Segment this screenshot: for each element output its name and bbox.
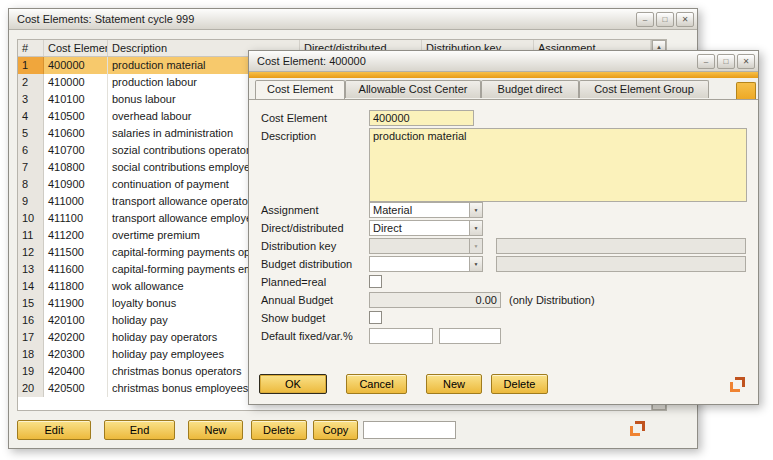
row-code-cell[interactable]: 411200 [44,227,108,244]
main-window-title: Cost Elements: Statement cycle 999 [17,13,634,25]
end-button[interactable]: End [104,420,175,440]
row-code-cell[interactable]: 410000 [44,74,108,91]
tab-cost-element-group[interactable]: Cost Element Group [579,80,709,98]
accent-strip [249,72,758,78]
chevron-down-icon[interactable]: ▼ [469,221,482,235]
row-num-cell: 15 [18,295,44,312]
desktop: Cost Elements: Statement cycle 999 – □ ✕… [0,0,773,460]
dialog-new-button[interactable]: New [426,374,482,394]
copy-button[interactable]: Copy [313,420,358,440]
tab-cost-element[interactable]: Cost Element [255,80,345,99]
planned-real-checkbox[interactable] [369,275,382,288]
ok-button[interactable]: OK [259,374,327,394]
chevron-down-icon[interactable]: ▼ [469,257,482,271]
row-num-cell: 2 [18,74,44,91]
row-num-cell: 14 [18,278,44,295]
chevron-down-icon: ▼ [469,239,482,253]
row-code-cell[interactable]: 420500 [44,380,108,397]
row-code-cell[interactable]: 420100 [44,312,108,329]
default-fixed-input[interactable] [369,328,433,344]
cost-element-field[interactable]: 400000 [369,110,474,126]
show-budget-label: Show budget [261,312,325,324]
description-label: Description [261,130,316,142]
row-num-cell: 19 [18,363,44,380]
row-code-cell[interactable]: 410700 [44,142,108,159]
edit-button[interactable]: Edit [17,420,91,440]
direct-distributed-value: Direct [373,221,468,235]
row-code-cell[interactable]: 420400 [44,363,108,380]
show-budget-checkbox[interactable] [369,311,382,324]
row-code-cell[interactable]: 420300 [44,346,108,363]
distribution-key-description-field [496,238,746,254]
annual-budget-note: (only Distribution) [509,294,595,306]
row-code-cell[interactable]: 411900 [44,295,108,312]
row-code-cell[interactable]: 410900 [44,176,108,193]
row-num-cell: 4 [18,108,44,125]
row-num-cell: 7 [18,159,44,176]
footer-input[interactable] [363,421,456,439]
dialog-minimize-icon[interactable]: – [697,54,715,69]
assignment-value: Material [373,203,468,217]
default-fixed-var-label: Default fixed/var.% [261,330,353,342]
row-num-cell: 10 [18,210,44,227]
dialog-maximize-icon[interactable]: □ [717,54,735,69]
description-field[interactable]: production material [369,128,747,202]
expand-form-icon[interactable] [729,376,746,393]
dialog-title: Cost Element: 400000 [257,55,695,67]
row-num-cell: 18 [18,346,44,363]
cancel-button[interactable]: Cancel [346,374,407,394]
row-num-cell: 8 [18,176,44,193]
row-code-cell[interactable]: 411600 [44,261,108,278]
row-num-cell: 1 [18,57,44,74]
close-icon[interactable]: ✕ [676,12,694,27]
minimize-icon[interactable]: – [636,12,654,27]
assignment-dropdown[interactable]: Material ▼ [369,202,483,218]
maximize-icon[interactable]: □ [656,12,674,27]
expand-form-icon[interactable] [629,420,646,437]
main-window-titlebar[interactable]: Cost Elements: Statement cycle 999 – □ ✕ [9,9,697,30]
column-header-code[interactable]: Cost Elemen [44,40,108,56]
delete-button[interactable]: Delete [251,420,307,440]
distribution-key-label: Distribution key [261,240,336,252]
annual-budget-label: Annual Budget [261,294,333,306]
row-num-cell: 11 [18,227,44,244]
row-num-cell: 20 [18,380,44,397]
row-code-cell[interactable]: 411800 [44,278,108,295]
row-num-cell: 6 [18,142,44,159]
row-code-cell[interactable]: 410500 [44,108,108,125]
direct-distributed-dropdown[interactable]: Direct ▼ [369,220,483,236]
new-button[interactable]: New [188,420,243,440]
row-code-cell[interactable]: 420200 [44,329,108,346]
row-code-cell[interactable]: 410800 [44,159,108,176]
row-code-cell[interactable]: 400000 [44,57,108,74]
budget-distribution-label: Budget distribution [261,258,352,270]
column-header-num[interactable]: # [18,40,44,56]
chevron-down-icon[interactable]: ▼ [469,203,482,217]
row-code-cell[interactable]: 411000 [44,193,108,210]
distribution-key-dropdown: ▼ [369,238,483,254]
row-code-cell[interactable]: 411100 [44,210,108,227]
row-code-cell[interactable]: 411500 [44,244,108,261]
tab-budget-direct[interactable]: Budget direct [481,80,579,98]
row-code-cell[interactable]: 410600 [44,125,108,142]
row-code-cell[interactable]: 410100 [44,91,108,108]
default-var-input[interactable] [439,328,501,344]
tab-filler [736,82,756,99]
budget-distribution-dropdown[interactable]: ▼ [369,256,483,272]
direct-distributed-label: Direct/distributed [261,222,344,234]
dialog-close-icon[interactable]: ✕ [737,54,755,69]
dialog-tabstrip: Cost Element Allowable Cost Center Budge… [249,80,758,99]
row-num-cell: 12 [18,244,44,261]
row-num-cell: 9 [18,193,44,210]
row-num-cell: 3 [18,91,44,108]
planned-real-label: Planned=real [261,276,326,288]
dialog-delete-button[interactable]: Delete [491,374,548,394]
cost-element-dialog: Cost Element: 400000 – □ ✕ Cost Element … [248,50,759,405]
dialog-form: Cost Element 400000 Description producti… [249,99,758,404]
dialog-titlebar[interactable]: Cost Element: 400000 – □ ✕ [249,51,758,72]
row-num-cell: 17 [18,329,44,346]
tab-allowable-cost-center[interactable]: Allowable Cost Center [345,80,481,98]
cost-element-label: Cost Element [261,112,327,124]
row-num-cell: 16 [18,312,44,329]
assignment-label: Assignment [261,204,318,216]
